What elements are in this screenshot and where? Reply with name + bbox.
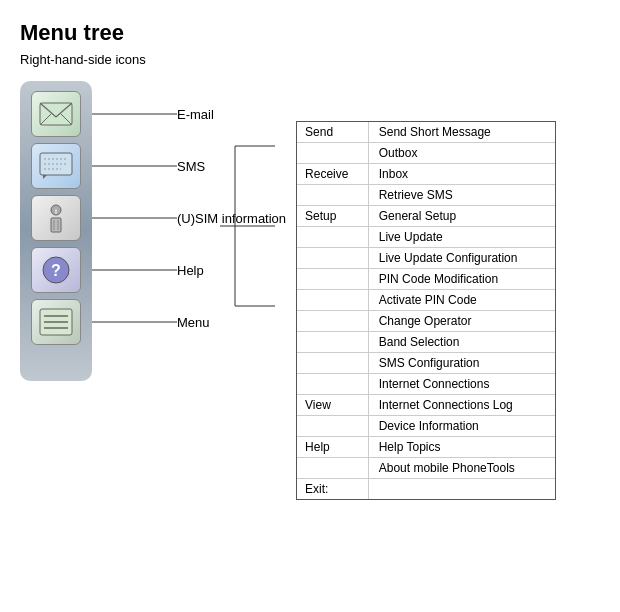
menu-item: Outbox <box>368 143 555 164</box>
menu-category <box>297 311 368 332</box>
table-row: ReceiveInbox <box>297 164 555 185</box>
menu-item: About mobile PhoneTools <box>368 458 555 479</box>
help-label: Help <box>177 263 204 278</box>
menu-item: Retrieve SMS <box>368 185 555 206</box>
menu-table-container: SendSend Short MessageOutboxReceiveInbox… <box>296 121 556 500</box>
menu-category: Receive <box>297 164 368 185</box>
table-row: Change Operator <box>297 311 555 332</box>
menu-item: Inbox <box>368 164 555 185</box>
table-row: About mobile PhoneTools <box>297 458 555 479</box>
menu-item <box>368 479 555 500</box>
sim-icon[interactable]: i <box>31 195 81 241</box>
menu-category <box>297 416 368 437</box>
menu-item: Internet Connections <box>368 374 555 395</box>
table-row: Retrieve SMS <box>297 185 555 206</box>
table-row: Activate PIN Code <box>297 290 555 311</box>
help-icon[interactable]: ? <box>31 247 81 293</box>
svg-rect-10 <box>51 218 61 232</box>
menu-category <box>297 332 368 353</box>
email-label-row: E-mail <box>92 91 286 137</box>
table-row: SendSend Short Message <box>297 122 555 143</box>
menu-category <box>297 353 368 374</box>
menu-category <box>297 374 368 395</box>
main-content: i ? <box>20 81 600 500</box>
page-subtitle: Right-hand-side icons <box>20 52 600 67</box>
menu-item: Change Operator <box>368 311 555 332</box>
menu-category <box>297 143 368 164</box>
menu-item: Activate PIN Code <box>368 290 555 311</box>
svg-text:i: i <box>55 208 57 215</box>
menu-table: SendSend Short MessageOutboxReceiveInbox… <box>297 122 555 499</box>
sim-label: (U)SIM information <box>177 211 286 226</box>
sms-icon[interactable] <box>31 143 81 189</box>
menu-item: Live Update <box>368 227 555 248</box>
menu-icon[interactable] <box>31 299 81 345</box>
table-row: PIN Code Modification <box>297 269 555 290</box>
table-row: Live Update <box>297 227 555 248</box>
menu-category <box>297 458 368 479</box>
table-row: Live Update Configuration <box>297 248 555 269</box>
table-row: Exit: <box>297 479 555 500</box>
sms-label: SMS <box>177 159 205 174</box>
sms-label-row: SMS <box>92 143 286 189</box>
table-row: ViewInternet Connections Log <box>297 395 555 416</box>
table-row: Band Selection <box>297 332 555 353</box>
menu-item: Live Update Configuration <box>368 248 555 269</box>
menu-item: Internet Connections Log <box>368 395 555 416</box>
menu-category: Setup <box>297 206 368 227</box>
table-row: Outbox <box>297 143 555 164</box>
menu-item: General Setup <box>368 206 555 227</box>
menu-item: Send Short Message <box>368 122 555 143</box>
menu-item: Device Information <box>368 416 555 437</box>
menu-category <box>297 269 368 290</box>
table-row: Device Information <box>297 416 555 437</box>
menu-category <box>297 290 368 311</box>
menu-item: Band Selection <box>368 332 555 353</box>
svg-marker-7 <box>43 175 47 179</box>
menu-item: Help Topics <box>368 437 555 458</box>
menu-label-row: Menu <box>92 299 286 345</box>
table-row: Internet Connections <box>297 374 555 395</box>
table-row: SMS Configuration <box>297 353 555 374</box>
sidebar-panel: i ? <box>20 81 92 381</box>
menu-label: Menu <box>177 315 210 330</box>
email-label: E-mail <box>177 107 214 122</box>
menu-category: Help <box>297 437 368 458</box>
menu-item: SMS Configuration <box>368 353 555 374</box>
menu-category: Send <box>297 122 368 143</box>
svg-text:?: ? <box>51 262 61 279</box>
svg-rect-0 <box>40 103 72 125</box>
page-title: Menu tree <box>20 20 600 46</box>
menu-item: PIN Code Modification <box>368 269 555 290</box>
table-row: HelpHelp Topics <box>297 437 555 458</box>
menu-category: Exit: <box>297 479 368 500</box>
menu-category <box>297 185 368 206</box>
email-icon[interactable] <box>31 91 81 137</box>
menu-category <box>297 227 368 248</box>
menu-category: View <box>297 395 368 416</box>
table-row: SetupGeneral Setup <box>297 206 555 227</box>
menu-category <box>297 248 368 269</box>
